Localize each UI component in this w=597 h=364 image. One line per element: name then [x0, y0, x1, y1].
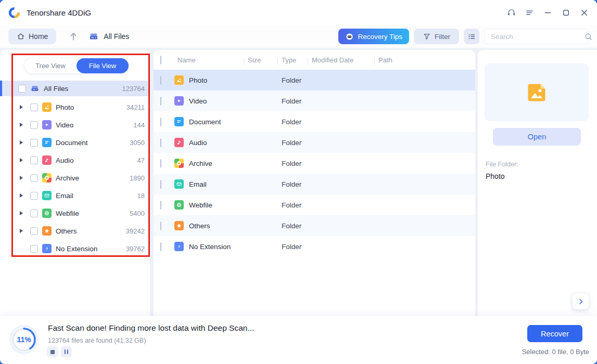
- sidebar: Tree View File View All Files 123764: [0, 50, 150, 316]
- tab-file-view[interactable]: File View: [77, 58, 129, 73]
- table-header: Name Size Type Modified Date Path: [154, 50, 475, 70]
- file-type: Folder: [278, 76, 309, 84]
- checkbox[interactable]: [30, 227, 38, 235]
- sidebar-item-document[interactable]: Document 3050: [0, 134, 150, 151]
- expand-arrow-icon[interactable]: [20, 140, 24, 145]
- expand-arrow-icon[interactable]: [20, 123, 24, 127]
- checkbox[interactable]: [160, 159, 161, 168]
- checkbox[interactable]: [30, 174, 38, 182]
- close-button[interactable]: [578, 7, 590, 18]
- checkbox[interactable]: [160, 97, 161, 106]
- checkbox[interactable]: [30, 121, 38, 129]
- sidebar-item-count: 47: [137, 157, 145, 164]
- photo-icon: [42, 102, 52, 112]
- table-row[interactable]: Document Folder: [154, 111, 475, 132]
- archive-icon: [42, 173, 52, 183]
- tab-tree-view[interactable]: Tree View: [24, 58, 77, 73]
- file-type: Folder: [278, 243, 309, 251]
- expand-arrow-icon[interactable]: [20, 229, 24, 233]
- sidebar-item-email[interactable]: Email 18: [0, 187, 150, 204]
- checkbox[interactable]: [160, 180, 161, 189]
- file-folder-label: File Folder:: [486, 161, 518, 168]
- app-logo-icon: [7, 6, 21, 20]
- sidebar-item-others[interactable]: Others 39242: [0, 222, 150, 240]
- sidebar-item-all-files[interactable]: All Files 123764: [0, 81, 150, 96]
- column-header-type[interactable]: Type: [278, 56, 309, 64]
- tab-label: File View: [89, 62, 117, 70]
- sidebar-item-label: Video: [56, 121, 73, 129]
- file-type: Folder: [278, 160, 309, 167]
- recovery-tips-button[interactable]: Recovery Tips: [338, 29, 409, 44]
- checkbox[interactable]: [30, 245, 38, 253]
- column-header-path[interactable]: Path: [375, 56, 475, 64]
- breadcrumb[interactable]: All Files: [88, 31, 129, 42]
- search-input[interactable]: [490, 32, 584, 41]
- table-row[interactable]: Archive Folder: [154, 153, 475, 174]
- select-all-checkbox[interactable]: [160, 56, 161, 64]
- checkbox[interactable]: [160, 118, 161, 126]
- sidebar-item-video[interactable]: Video 144: [0, 116, 150, 134]
- expand-arrow-icon[interactable]: [20, 105, 24, 110]
- table-row[interactable]: Webfile Folder: [154, 194, 475, 215]
- table-row[interactable]: Email Folder: [154, 174, 475, 194]
- audio-icon: [174, 138, 184, 147]
- checkbox[interactable]: [30, 157, 38, 164]
- filter-button[interactable]: Filter: [414, 29, 459, 44]
- checkbox[interactable]: [160, 242, 161, 251]
- minimize-button[interactable]: [542, 7, 553, 18]
- column-header-name[interactable]: Name: [174, 56, 245, 64]
- table-row[interactable]: Video Folder: [154, 90, 475, 111]
- search-icon[interactable]: [584, 32, 593, 41]
- sidebar-item-audio[interactable]: Audio 47: [0, 151, 150, 169]
- column-header-modified[interactable]: Modified Date: [309, 56, 375, 64]
- file-name: Audio: [189, 139, 207, 147]
- maximize-button[interactable]: [560, 7, 571, 18]
- file-type: Folder: [278, 201, 309, 209]
- stop-scan-button[interactable]: [47, 346, 58, 357]
- checkbox[interactable]: [30, 103, 38, 111]
- checkbox[interactable]: [18, 85, 26, 93]
- pause-scan-button[interactable]: [61, 346, 72, 357]
- checkbox[interactable]: [160, 138, 161, 147]
- view-mode-button[interactable]: [464, 29, 479, 44]
- sidebar-item-archive[interactable]: Archive 1890: [0, 169, 150, 187]
- checkbox[interactable]: [30, 139, 38, 147]
- sidebar-item-label: No Extension: [56, 245, 97, 253]
- sidebar-item-webfile[interactable]: Webfile 5400: [0, 204, 150, 222]
- expand-arrow-icon[interactable]: [20, 176, 24, 180]
- recover-button[interactable]: Recover: [527, 325, 582, 342]
- up-arrow-icon: [68, 31, 79, 42]
- expand-arrow-icon[interactable]: [20, 211, 24, 216]
- support-headset-icon[interactable]: [505, 7, 517, 18]
- drive-icon: [30, 84, 40, 93]
- sidebar-item-label: Others: [56, 227, 77, 235]
- checkbox[interactable]: [160, 222, 161, 230]
- expand-arrow-icon[interactable]: [20, 193, 24, 198]
- table-row[interactable]: Audio Folder: [154, 132, 475, 153]
- filter-label: Filter: [435, 33, 450, 41]
- checkbox[interactable]: [30, 210, 38, 217]
- expand-arrow-icon[interactable]: [20, 158, 24, 163]
- table-row[interactable]: Photo Folder: [154, 70, 475, 90]
- sidebar-item-no-extension[interactable]: ? No Extension 39762: [0, 240, 150, 257]
- breadcrumb-label: All Files: [104, 32, 129, 41]
- document-icon: [42, 138, 52, 147]
- file-name: Webfile: [189, 201, 212, 209]
- sidebar-item-photo[interactable]: Photo 34211: [0, 98, 150, 116]
- up-button[interactable]: [68, 31, 79, 42]
- file-name: Document: [189, 118, 221, 126]
- video-icon: [42, 120, 52, 129]
- pause-icon: [65, 349, 69, 354]
- checkbox[interactable]: [30, 192, 38, 200]
- table-row[interactable]: Others Folder: [154, 215, 475, 236]
- checkbox[interactable]: [160, 76, 161, 85]
- preview-panel: Open File Folder: Photo: [478, 50, 597, 316]
- menu-icon[interactable]: [524, 7, 535, 18]
- home-button[interactable]: Home: [8, 29, 56, 44]
- scan-status-title: Fast Scan done! Finding more lost data w…: [48, 323, 254, 333]
- column-header-size[interactable]: Size: [245, 56, 278, 64]
- checkbox[interactable]: [160, 201, 161, 210]
- collapse-panel-button[interactable]: [573, 293, 589, 309]
- open-button[interactable]: Open: [493, 128, 581, 146]
- table-row[interactable]: ?No Extension Folder: [154, 236, 475, 257]
